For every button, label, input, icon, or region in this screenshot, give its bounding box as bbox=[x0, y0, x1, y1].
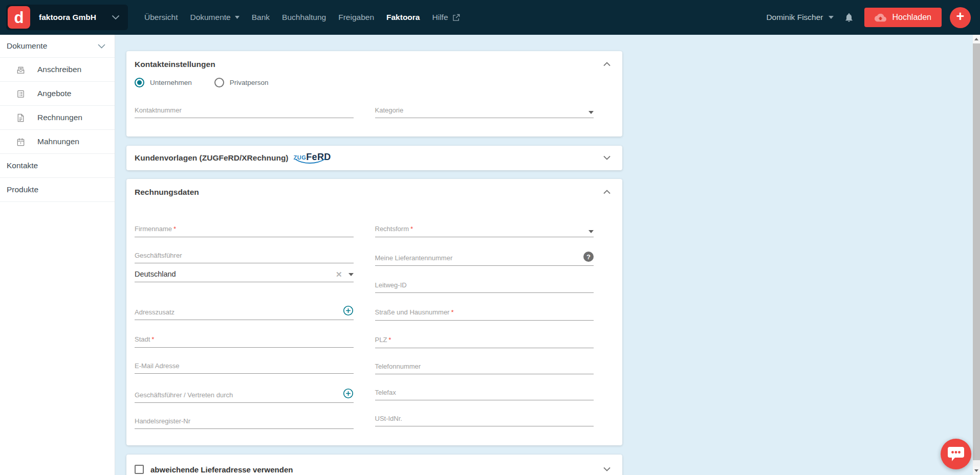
collapse-button[interactable] bbox=[602, 60, 612, 68]
field-adresszusatz[interactable]: Adresszusatz bbox=[135, 305, 354, 320]
required-asterisk: * bbox=[151, 335, 154, 343]
field-rechtsform[interactable]: Rechtsform* bbox=[375, 224, 594, 237]
field-stadt[interactable]: Stadt* bbox=[135, 334, 354, 348]
field-strasse-und-hausnummer[interactable]: Straße und Hausnummer* bbox=[375, 307, 594, 321]
sidebar-item-label: Mahnungen bbox=[37, 137, 79, 146]
field-ust-idnr[interactable]: USt-IdNr. bbox=[375, 415, 594, 426]
nav-item-freigaben[interactable]: Freigaben bbox=[338, 13, 374, 22]
scrollbar-thumb[interactable] bbox=[973, 43, 980, 460]
field-placeholder: Kontaktnummer bbox=[135, 106, 182, 114]
radio-label: Unternehmen bbox=[150, 79, 192, 86]
sidebar-item-label: Kontakte bbox=[7, 161, 38, 170]
nav-item-label: Bank bbox=[252, 13, 270, 22]
caret-down-icon[interactable] bbox=[589, 230, 594, 233]
radio-unternehmen[interactable]: Unternehmen bbox=[135, 78, 192, 87]
radio-unselected-icon[interactable] bbox=[214, 78, 224, 87]
field-icons bbox=[589, 111, 594, 114]
caret-down-icon[interactable] bbox=[349, 273, 354, 276]
contact-fields-right: Kategorie bbox=[375, 87, 594, 118]
sidebar-items: AnschreibenAngeboteRechnungenMahnungen bbox=[0, 58, 115, 154]
sidebar-links: KontakteProdukte bbox=[0, 154, 115, 202]
contact-settings-card: Kontakteinstellungen UnternehmenPrivatpe… bbox=[126, 51, 622, 137]
expand-button[interactable] bbox=[602, 154, 612, 162]
app-logo: d bbox=[8, 6, 30, 29]
required-asterisk: * bbox=[410, 225, 413, 233]
nav-item-ubersicht[interactable]: Übersicht bbox=[144, 13, 178, 22]
field-placeholder: Meine Lieferantennummer bbox=[375, 254, 453, 262]
nav-item-hilfe[interactable]: Hilfe bbox=[432, 13, 460, 22]
sidebar-item-rechnungen[interactable]: Rechnungen bbox=[0, 106, 115, 130]
radio-privatperson[interactable]: Privatperson bbox=[214, 78, 269, 87]
field-geschaftsfuhrer[interactable]: Geschäftsführer bbox=[135, 252, 354, 263]
scroll-up-button[interactable] bbox=[973, 35, 980, 43]
field-meine-lieferantennummer[interactable]: Meine Lieferantennummer? bbox=[375, 252, 594, 266]
nav-item-faktoora[interactable]: Faktoora bbox=[386, 13, 420, 22]
required-asterisk: * bbox=[173, 225, 176, 233]
field-placeholder: Adresszusatz bbox=[135, 308, 175, 316]
contact-fields-left: Kontaktnummer bbox=[135, 87, 354, 118]
mail-icon bbox=[16, 65, 26, 75]
add-circle-icon[interactable] bbox=[343, 388, 354, 399]
field-firmenname[interactable]: Firmenname* bbox=[135, 224, 354, 237]
company-name: faktoora GmbH bbox=[39, 13, 96, 22]
field-placeholder: Straße und Hausnummer bbox=[375, 308, 450, 316]
collapse-button[interactable] bbox=[602, 188, 612, 196]
chevron-up-icon bbox=[603, 61, 611, 67]
sidebar-item-mahnungen[interactable]: Mahnungen bbox=[0, 130, 115, 154]
sidebar-section-dokumente[interactable]: Dokumente bbox=[0, 35, 115, 58]
nav-item-bank[interactable]: Bank bbox=[252, 13, 270, 22]
vertical-scrollbar[interactable] bbox=[973, 35, 980, 475]
invoice-data-card: Rechnungsdaten Firmenname*Geschäftsführe… bbox=[126, 179, 622, 445]
topbar-right: Dominik Fischer Hochladen + bbox=[766, 7, 971, 28]
clear-icon[interactable]: ✕ bbox=[336, 270, 342, 278]
field-e-mail-adresse[interactable]: E-Mail Adresse bbox=[135, 362, 354, 374]
field-leitweg-id[interactable]: Leitweg-ID bbox=[375, 281, 594, 293]
field-placeholder: Geschäftsführer / Vertreten durch bbox=[135, 391, 233, 399]
sidebar-item-anschreiben[interactable]: Anschreiben bbox=[0, 58, 115, 82]
topbar: d faktoora GmbH ÜbersichtDokumenteBankBu… bbox=[0, 0, 980, 35]
chat-button[interactable] bbox=[941, 439, 971, 469]
field-handelsregister-nr[interactable]: Handelsregister-Nr bbox=[135, 417, 354, 429]
zugferd-logo: ZUGFeRD bbox=[294, 152, 331, 164]
nav-item-label: Buchhaltung bbox=[282, 13, 326, 22]
field-placeholder: Rechtsform bbox=[375, 225, 409, 233]
sidebar-item-angebote[interactable]: Angebote bbox=[0, 82, 115, 106]
field-kontaktnummer[interactable]: Kontaktnummer bbox=[135, 106, 354, 118]
field-kategorie[interactable]: Kategorie bbox=[375, 106, 594, 118]
expand-button[interactable] bbox=[602, 465, 612, 473]
invoice-icon bbox=[16, 113, 26, 123]
nav-item-label: Freigaben bbox=[338, 13, 374, 22]
contact-settings-title: Kontakteinstellungen bbox=[135, 60, 215, 69]
sidebar-item-produkte[interactable]: Produkte bbox=[0, 178, 115, 202]
delivery-address-toggle[interactable]: abweichende Lieferadresse verwenden bbox=[135, 465, 293, 474]
contact-type-radio-group: UnternehmenPrivatperson bbox=[135, 78, 622, 87]
field-telefax[interactable]: Telefax bbox=[375, 389, 594, 400]
help-icon[interactable]: ? bbox=[583, 252, 594, 262]
sidebar-item-kontakte[interactable]: Kontakte bbox=[0, 154, 115, 178]
field-placeholder: Geschäftsführer bbox=[135, 252, 182, 259]
triangle-down-icon bbox=[974, 469, 978, 472]
add-circle-icon[interactable] bbox=[343, 305, 354, 316]
add-button[interactable]: + bbox=[950, 7, 971, 28]
field-placeholder: Leitweg-ID bbox=[375, 281, 407, 289]
bell-icon[interactable] bbox=[844, 12, 854, 23]
field-placeholder: Telefonnummer bbox=[375, 363, 421, 370]
main-nav: ÜbersichtDokumenteBankBuchhaltungFreigab… bbox=[138, 13, 466, 22]
customer-templates-title: Kundenvorlagen (ZUGFeRD/XRechnung) bbox=[135, 153, 289, 163]
sidebar-item-label: Produkte bbox=[7, 185, 38, 194]
field-plz[interactable]: PLZ* bbox=[375, 335, 594, 348]
company-selector[interactable]: d faktoora GmbH bbox=[6, 5, 128, 30]
delivery-address-checkbox[interactable] bbox=[135, 465, 144, 474]
field-placeholder: E-Mail Adresse bbox=[135, 362, 179, 370]
field-geschaftsfuhrer-vertreten-durch[interactable]: Geschäftsführer / Vertreten durch bbox=[135, 388, 354, 403]
nav-item-dokumente[interactable]: Dokumente bbox=[190, 13, 239, 22]
user-menu[interactable]: Dominik Fischer bbox=[766, 13, 833, 22]
radio-selected-icon[interactable] bbox=[135, 78, 144, 87]
upload-button[interactable]: Hochladen bbox=[864, 8, 942, 27]
scroll-down-button[interactable] bbox=[973, 466, 980, 475]
field-icons bbox=[589, 230, 594, 233]
field-telefonnummer[interactable]: Telefonnummer bbox=[375, 363, 594, 374]
nav-item-buchhaltung[interactable]: Buchhaltung bbox=[282, 13, 326, 22]
field-deutschland[interactable]: Deutschland✕ bbox=[135, 270, 354, 282]
caret-down-icon[interactable] bbox=[589, 111, 594, 114]
